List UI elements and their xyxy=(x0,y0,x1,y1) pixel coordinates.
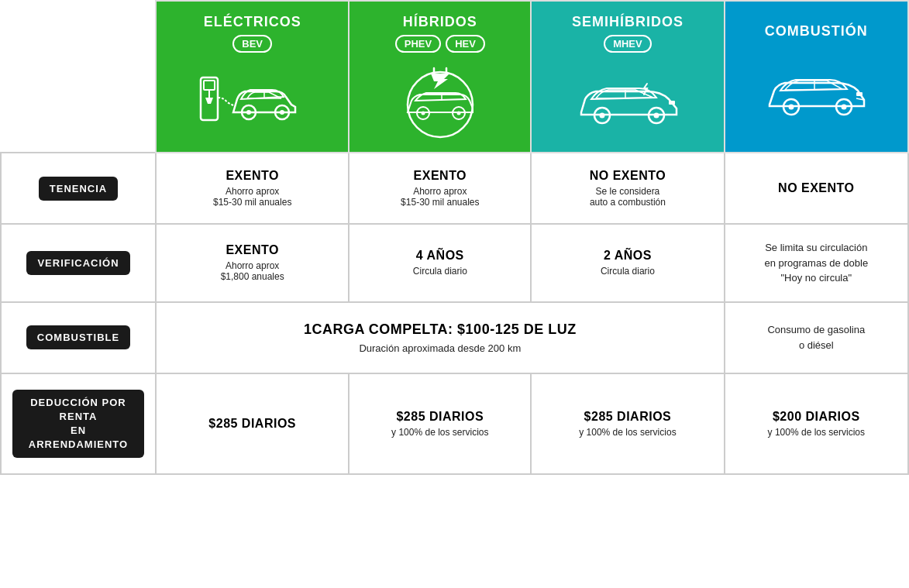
tenencia-combustion: NO EXENTO xyxy=(725,153,908,224)
header-combustion: COMBUSTIÓN xyxy=(725,1,908,153)
combustion-car-icon xyxy=(762,61,870,123)
label-tenencia: TENENCIA xyxy=(1,153,156,224)
svg-point-5 xyxy=(246,110,251,115)
svg-rect-20 xyxy=(669,101,675,105)
tenencia-hibridos: EXENTO Ahorro aprox $15-30 mil anuales xyxy=(349,153,531,224)
tenencia-semihihridos: NO EXENTO Se le considera auto a combust… xyxy=(531,153,724,224)
verificacion-combustion: Se limita su circulación en programas de… xyxy=(725,224,908,302)
svg-point-7 xyxy=(280,110,284,115)
svg-point-24 xyxy=(842,104,847,109)
label-verificacion: VERIFICACIÓN xyxy=(1,224,156,302)
hibridos-title: HÍBRIDOS xyxy=(357,14,522,30)
header-empty xyxy=(1,1,156,153)
header-electricos: ELÉCTRICOS BEV xyxy=(156,1,349,153)
verificacion-hibridos: 4 AÑOS Circula diario xyxy=(349,224,531,302)
hibridos-car-icon xyxy=(386,62,494,139)
combustion-title: COMBUSTIÓN xyxy=(733,23,900,40)
svg-point-16 xyxy=(599,113,604,119)
combustible-electricos-hibridos: 1CARGA COMPELTA: $100-125 DE LUZ Duració… xyxy=(156,302,725,373)
deduccion-hibridos: $285 DIARIOS y 100% de los servicios xyxy=(349,373,531,475)
label-deduccion: DEDUCCIÓN POR RENTA EN ARRENDAMIENTO xyxy=(1,373,156,475)
row-deduccion: DEDUCCIÓN POR RENTA EN ARRENDAMIENTO $28… xyxy=(1,373,908,475)
badge-hev: HEV xyxy=(446,35,485,53)
combustible-combustion: Consumo de gasolina o diésel xyxy=(725,302,908,373)
badge-bev: BEV xyxy=(232,35,272,53)
svg-rect-26 xyxy=(856,92,863,96)
header-semihihridos: SEMIHÍBRIDOS MHEV xyxy=(531,1,724,153)
tenencia-electricos: EXENTO Ahorro aprox $15-30 mil anuales xyxy=(156,153,349,224)
semihihridos-title: SEMIHÍBRIDOS xyxy=(539,14,715,30)
svg-marker-3 xyxy=(205,98,213,104)
verificacion-semihihridos: 2 AÑOS Circula diario xyxy=(531,224,724,302)
semihihridos-car-icon xyxy=(570,70,686,132)
svg-rect-1 xyxy=(204,81,215,90)
badge-phev: PHEV xyxy=(395,35,441,53)
badge-mhev: MHEV xyxy=(604,35,652,53)
row-verificacion: VERIFICACIÓN EXENTO Ahorro aprox $1,800 … xyxy=(1,224,908,302)
electricos-car-icon xyxy=(195,62,311,139)
verificacion-electricos: EXENTO Ahorro aprox $1,800 anuales xyxy=(156,224,349,302)
electricos-title: ELÉCTRICOS xyxy=(164,14,340,30)
deduccion-combustion: $200 DIARIOS y 100% de los servicios xyxy=(725,373,908,475)
svg-point-22 xyxy=(789,104,794,109)
svg-point-11 xyxy=(421,112,425,115)
row-tenencia: TENENCIA EXENTO Ahorro aprox $15-30 mil … xyxy=(1,153,908,224)
row-combustible: COMBUSTIBLE 1CARGA COMPELTA: $100-125 DE… xyxy=(1,302,908,373)
deduccion-semihihridos: $285 DIARIOS y 100% de los servicios xyxy=(531,373,724,475)
deduccion-electricos: $285 DIARIOS xyxy=(156,373,349,475)
svg-point-18 xyxy=(653,113,659,119)
header-hibridos: HÍBRIDOS PHEV HEV xyxy=(349,1,531,153)
label-combustible: COMBUSTIBLE xyxy=(1,302,156,373)
svg-point-13 xyxy=(456,112,460,115)
